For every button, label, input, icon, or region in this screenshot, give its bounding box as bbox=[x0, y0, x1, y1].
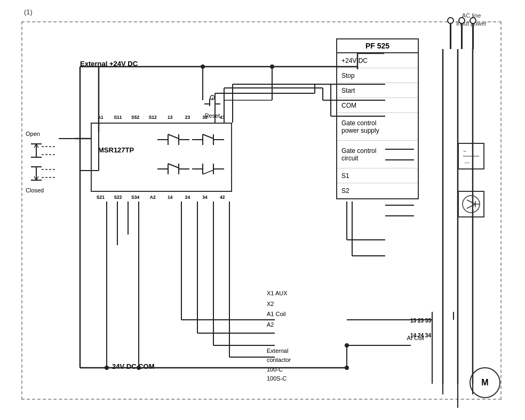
term-34: 34 bbox=[196, 195, 214, 200]
msr-title: MSR127TP bbox=[98, 146, 134, 154]
motor-symbol: M bbox=[470, 367, 500, 398]
transformer-box: ~ — bbox=[458, 143, 484, 169]
reset-symbol bbox=[202, 93, 223, 109]
ext-24v-label: External +24V DC bbox=[80, 60, 138, 68]
power-line-1 bbox=[450, 22, 451, 49]
term-13: 13 bbox=[162, 115, 179, 120]
pf525-row-start: Start bbox=[337, 83, 418, 98]
open-label: Open bbox=[26, 131, 55, 137]
svg-text:—: — bbox=[465, 160, 470, 165]
term-s21: S21 bbox=[92, 195, 109, 200]
ac-power-lines bbox=[450, 22, 474, 49]
msr-contacts-svg bbox=[149, 129, 227, 188]
svg-line-44 bbox=[467, 200, 475, 204]
gate-circuit-symbol bbox=[460, 193, 482, 215]
term-s11: S11 bbox=[109, 115, 127, 120]
lower-conn-labels: X1 AUX X2 A1 Coil A2 bbox=[267, 288, 288, 330]
svg-text:~: ~ bbox=[463, 149, 466, 155]
main-dashed-box bbox=[21, 21, 502, 400]
power-line-2 bbox=[461, 22, 463, 49]
pf525-row-gate-circuit: Gate control circuit bbox=[337, 141, 418, 168]
pf525-row-com: COM bbox=[337, 98, 418, 113]
contactor-label: External contactor 100-C 100S-C bbox=[267, 337, 291, 384]
contactor-type1: 100-C bbox=[267, 365, 291, 375]
contactor-type-label: External contactor bbox=[267, 337, 291, 365]
a1coil-label: A1 Coil bbox=[267, 309, 288, 320]
pf525-title: PF 525 bbox=[337, 39, 418, 53]
a2-label: A2 bbox=[267, 320, 288, 330]
x2-label: X2 bbox=[267, 299, 288, 310]
transformer-symbol: ~ — bbox=[460, 146, 482, 167]
svg-line-17 bbox=[203, 170, 213, 174]
term-s22: S22 bbox=[109, 195, 127, 200]
reset-label: Reset bbox=[202, 112, 223, 119]
term-s12: S12 bbox=[144, 115, 162, 120]
x1aux-label: X1 AUX bbox=[267, 288, 288, 299]
pf525-row-24v: +24V DC bbox=[337, 53, 418, 68]
gate-circuit-box bbox=[458, 191, 484, 217]
term-24: 24 bbox=[179, 195, 196, 200]
power-line-3 bbox=[472, 22, 474, 49]
svg-line-7 bbox=[203, 134, 213, 139]
at-coil-annotation: At Coil bbox=[407, 335, 424, 341]
term-s34: S34 bbox=[126, 195, 144, 200]
pf525-row-s2: S2 bbox=[337, 183, 418, 198]
svg-line-2 bbox=[168, 134, 179, 139]
term-42: 42 bbox=[213, 195, 231, 200]
contactor-terms-top: 13 23 33 bbox=[410, 318, 431, 324]
dc-com-label: 24V DC COM bbox=[112, 362, 154, 370]
ext-switch: Open Closed bbox=[26, 131, 55, 193]
term-a2: A2 bbox=[144, 195, 162, 200]
term-14: 14 bbox=[162, 195, 179, 200]
msr-box: A1 S11 S52 S12 13 23 33 41 MSR127TP bbox=[91, 123, 232, 192]
pf525-row-gate-power: Gate control power supply bbox=[337, 113, 418, 141]
msr-bottom-terminal-labels: S21 S22 S34 A2 14 24 34 42 bbox=[92, 195, 231, 200]
contactor-type2: 100S-C bbox=[267, 374, 291, 384]
reset-btn: Reset bbox=[202, 93, 223, 119]
switch-symbol bbox=[26, 141, 55, 184]
term-23: 23 bbox=[179, 115, 196, 120]
pf525-box: PF 525 +24V DC Stop Start COM Gate contr… bbox=[336, 38, 419, 199]
term-s52: S52 bbox=[126, 115, 144, 120]
term-a1: A1 bbox=[92, 115, 109, 120]
pf525-row-s1: S1 bbox=[337, 168, 418, 183]
pf525-row-stop: Stop bbox=[337, 68, 418, 83]
svg-line-45 bbox=[467, 204, 475, 208]
svg-line-12 bbox=[168, 164, 179, 168]
diagram-container: (1) AC line input power External +24V DC… bbox=[5, 5, 518, 413]
diagram-label: (1) bbox=[24, 8, 33, 16]
closed-label: Closed bbox=[26, 187, 55, 193]
